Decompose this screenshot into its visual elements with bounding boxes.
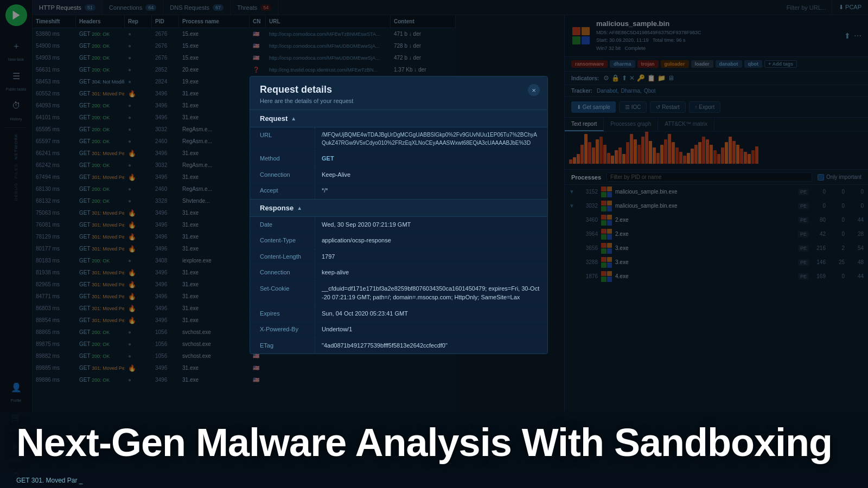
field-accept: Accept */* bbox=[250, 183, 547, 199]
modal-body: Request ▲ URL /MFQwUjBQME4wTDAJBgUrDgMCG… bbox=[250, 110, 547, 354]
content-length-value: 1797 bbox=[315, 249, 547, 265]
request-section-header[interactable]: Request ▲ bbox=[250, 110, 547, 127]
field-resp-connection: Connection keep-alive bbox=[250, 265, 547, 281]
field-x-powered: X-Powered-By Undertow/1 bbox=[250, 322, 547, 338]
set-cookie-label: Set-Cookie bbox=[250, 281, 315, 305]
resp-connection-label: Connection bbox=[250, 265, 315, 280]
modal-close-button[interactable]: × bbox=[528, 84, 540, 96]
field-connection: Connection Keep-Alive bbox=[250, 167, 547, 183]
content-type-label: Content-Type bbox=[250, 233, 315, 248]
field-date: Date Wed, 30 Sep 2020 07:21:19 GMT bbox=[250, 217, 547, 233]
accept-value: */* bbox=[315, 183, 547, 198]
modal-subtitle: Here are the details of your request bbox=[260, 98, 538, 104]
request-section-label: Request bbox=[260, 114, 288, 123]
x-powered-value: Undertow/1 bbox=[315, 322, 547, 337]
field-content-type: Content-Type application/ocsp-response bbox=[250, 233, 547, 249]
method-value: GET bbox=[315, 151, 547, 166]
response-chevron-icon: ▲ bbox=[297, 205, 302, 211]
modal-overlay[interactable]: Request details Here are the details of … bbox=[0, 0, 868, 488]
field-url: URL /MFQwUjBQME4wTDAJBgUrDgMCGgUABBSlGkp… bbox=[250, 127, 547, 151]
content-type-value: application/ocsp-response bbox=[315, 233, 547, 248]
date-label: Date bbox=[250, 217, 315, 233]
content-length-label: Content-Length bbox=[250, 249, 315, 265]
connection-label: Connection bbox=[250, 167, 315, 183]
set-cookie-value: __cfduid=df171e171bf3a2e8259bf8076034350… bbox=[315, 281, 547, 305]
etag-label: ETag bbox=[250, 338, 315, 354]
modal-header: Request details Here are the details of … bbox=[250, 76, 547, 110]
etag-value: "4ad0871b491277539bfff5f5813e2642ccfecdf… bbox=[315, 338, 547, 354]
url-label: URL bbox=[250, 127, 315, 150]
request-chevron-icon: ▲ bbox=[291, 115, 296, 121]
response-section-header[interactable]: Response ▲ bbox=[250, 199, 547, 217]
field-etag: ETag "4ad0871b491277539bfff5f5813e2642cc… bbox=[250, 338, 547, 354]
connection-value: Keep-Alive bbox=[315, 167, 547, 183]
modal-title: Request details bbox=[260, 84, 538, 95]
accept-label: Accept bbox=[250, 183, 315, 198]
expires-value: Sun, 04 Oct 2020 05:23:41 GMT bbox=[315, 306, 547, 322]
field-set-cookie: Set-Cookie __cfduid=df171e171bf3a2e8259b… bbox=[250, 281, 547, 306]
url-value: /MFQwUjBQME4wTDAJBgUrDgMCGgUABBSlGkp0%2F… bbox=[315, 127, 547, 150]
field-expires: Expires Sun, 04 Oct 2020 05:23:41 GMT bbox=[250, 306, 547, 322]
x-powered-label: X-Powered-By bbox=[250, 322, 315, 337]
resp-connection-value: keep-alive bbox=[315, 265, 547, 280]
field-method: Method GET bbox=[250, 151, 547, 167]
date-value: Wed, 30 Sep 2020 07:21:19 GMT bbox=[315, 217, 547, 233]
expires-label: Expires bbox=[250, 306, 315, 322]
method-label: Method bbox=[250, 151, 315, 166]
response-section-label: Response bbox=[260, 204, 293, 212]
request-details-modal: Request details Here are the details of … bbox=[250, 76, 548, 354]
field-content-length: Content-Length 1797 bbox=[250, 249, 547, 265]
